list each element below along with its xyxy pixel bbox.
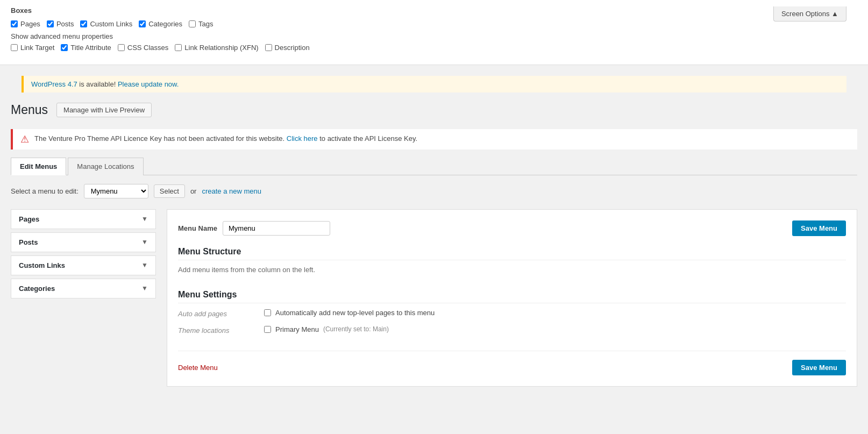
cb-description-text: Description bbox=[275, 44, 310, 52]
accordion-pages: Pages ▼ bbox=[11, 209, 156, 229]
menu-settings-section: Menu Settings Auto add pages Automatical… bbox=[178, 290, 846, 335]
update-notice: WordPress 4.7 is available! Please updat… bbox=[22, 76, 846, 93]
cb-link-rel-label[interactable]: Link Relationship (XFN) bbox=[175, 44, 258, 52]
cb-link-target-label[interactable]: Link Target bbox=[11, 44, 54, 52]
delete-menu-link[interactable]: Delete Menu bbox=[178, 364, 218, 372]
auto-add-checkbox-label: Automatically add new top-level pages to… bbox=[275, 309, 435, 317]
cb-tags-label[interactable]: Tags bbox=[189, 20, 213, 28]
accordion-categories-arrow: ▼ bbox=[141, 284, 148, 292]
accordion-posts-header[interactable]: Posts ▼ bbox=[11, 233, 155, 252]
theme-locations-row: Theme locations Primary Menu (Currently … bbox=[178, 325, 846, 335]
cb-categories-label[interactable]: Categories bbox=[139, 20, 182, 28]
wp-version-link[interactable]: WordPress 4.7 bbox=[31, 80, 77, 88]
cb-pages-label[interactable]: Pages bbox=[11, 20, 40, 28]
auto-add-row: Auto add pages Automatically add new top… bbox=[178, 309, 846, 318]
accordion-pages-arrow: ▼ bbox=[141, 215, 148, 223]
auto-add-label: Auto add pages bbox=[178, 309, 248, 318]
error-suffix: to activate the API License Key. bbox=[318, 134, 417, 143]
menu-settings-title: Menu Settings bbox=[178, 290, 846, 303]
screen-options-button[interactable]: Screen Options ▲ bbox=[773, 6, 846, 22]
page-title-wrap: Menus Manage with Live Preview bbox=[11, 98, 857, 124]
menu-name-input[interactable] bbox=[223, 221, 330, 236]
accordion-categories: Categories ▼ bbox=[11, 279, 156, 298]
error-notice: ⚠ The Venture Pro Theme API Licence Key … bbox=[11, 129, 857, 150]
tabs-wrap: Edit Menus Manage Locations bbox=[11, 157, 857, 175]
cb-custom-links-input[interactable] bbox=[80, 20, 87, 27]
theme-locations-label: Theme locations bbox=[178, 325, 248, 335]
auto-add-checkbox[interactable] bbox=[264, 309, 271, 316]
select-button[interactable]: Select bbox=[154, 184, 185, 198]
accordion-categories-label: Categories bbox=[19, 284, 55, 293]
click-here-link[interactable]: Click here bbox=[287, 134, 318, 143]
cb-title-attr-input[interactable] bbox=[61, 44, 68, 51]
menu-name-label: Menu Name bbox=[178, 224, 217, 232]
save-menu-button-top[interactable]: Save Menu bbox=[792, 220, 846, 236]
select-menu-row: Select a menu to edit: Mymenu Select or … bbox=[11, 184, 857, 198]
menu-name-left: Menu Name bbox=[178, 221, 330, 236]
tab-edit-menus[interactable]: Edit Menus bbox=[11, 158, 66, 175]
cb-link-target-text: Link Target bbox=[20, 44, 54, 52]
cb-title-attr-label[interactable]: Title Attribute bbox=[61, 44, 111, 52]
cb-pages-input[interactable] bbox=[11, 20, 18, 27]
cb-categories-input[interactable] bbox=[139, 20, 146, 27]
primary-menu-checkbox[interactable] bbox=[264, 326, 271, 333]
screen-options-panel: Screen Options ▲ Boxes Pages Posts Custo… bbox=[0, 0, 868, 65]
cb-posts-text: Posts bbox=[56, 20, 74, 28]
cb-css-classes-input[interactable] bbox=[118, 44, 125, 51]
boxes-label: Boxes bbox=[11, 6, 857, 15]
cb-posts-label[interactable]: Posts bbox=[47, 20, 74, 28]
accordion-custom-links: Custom Links ▼ bbox=[11, 255, 156, 275]
accordion-custom-links-arrow: ▼ bbox=[141, 261, 148, 269]
cb-custom-links-text: Custom Links bbox=[90, 20, 132, 28]
accordion-posts-label: Posts bbox=[19, 238, 38, 246]
create-new-menu-link[interactable]: create a new menu bbox=[202, 187, 261, 195]
accordion-posts: Posts ▼ bbox=[11, 232, 156, 252]
cb-title-attr-text: Title Attribute bbox=[70, 44, 111, 52]
cb-tags-text: Tags bbox=[198, 20, 213, 28]
select-menu-label: Select a menu to edit: bbox=[11, 187, 79, 195]
theme-locations-value: Primary Menu (Currently set to: Main) bbox=[264, 325, 389, 333]
cb-css-classes-label[interactable]: CSS Classes bbox=[118, 44, 169, 52]
cb-tags-input[interactable] bbox=[189, 20, 196, 27]
menu-select-dropdown[interactable]: Mymenu bbox=[84, 184, 148, 198]
cb-categories-text: Categories bbox=[148, 20, 182, 28]
cb-link-target-input[interactable] bbox=[11, 44, 18, 51]
edit-area: Pages ▼ Posts ▼ Custom Links ▼ bbox=[11, 209, 857, 387]
accordion-categories-header[interactable]: Categories ▼ bbox=[11, 279, 155, 298]
bottom-actions: Delete Menu Save Menu bbox=[178, 351, 846, 375]
save-menu-button-bottom[interactable]: Save Menu bbox=[792, 360, 846, 375]
cb-link-rel-text: Link Relationship (XFN) bbox=[184, 44, 258, 52]
cb-custom-links-label[interactable]: Custom Links bbox=[80, 20, 132, 28]
or-text: or bbox=[190, 187, 197, 195]
menu-name-row: Menu Name Save Menu bbox=[178, 220, 846, 236]
cb-posts-input[interactable] bbox=[47, 20, 54, 27]
accordion-pages-label: Pages bbox=[19, 215, 39, 223]
cb-description-input[interactable] bbox=[265, 44, 272, 51]
cb-css-classes-text: CSS Classes bbox=[127, 44, 169, 52]
tab-manage-locations[interactable]: Manage Locations bbox=[68, 158, 143, 175]
boxes-checkboxes: Pages Posts Custom Links Categories Tags bbox=[11, 20, 857, 28]
accordion-custom-links-label: Custom Links bbox=[19, 261, 65, 269]
accordion-custom-links-header[interactable]: Custom Links ▼ bbox=[11, 256, 155, 275]
right-content: Menu Name Save Menu Menu Structure Add m… bbox=[167, 209, 857, 387]
primary-menu-sub: (Currently set to: Main) bbox=[323, 325, 389, 333]
page-title: Menus bbox=[11, 102, 48, 118]
main-wrapper: Screen Options ▲ Boxes Pages Posts Custo… bbox=[0, 0, 868, 434]
please-update-link[interactable]: Please update now. bbox=[118, 80, 179, 88]
cb-description-label[interactable]: Description bbox=[265, 44, 310, 52]
screen-options-btn-wrap: Screen Options ▲ bbox=[773, 6, 846, 22]
cb-pages-text: Pages bbox=[20, 20, 40, 28]
auto-add-value: Automatically add new top-level pages to… bbox=[264, 309, 435, 317]
accordion-pages-header[interactable]: Pages ▼ bbox=[11, 210, 155, 229]
advanced-checkboxes: Link Target Title Attribute CSS Classes … bbox=[11, 44, 857, 52]
menu-structure-desc: Add menu items from the column on the le… bbox=[178, 266, 846, 274]
cb-link-rel-input[interactable] bbox=[175, 44, 182, 51]
tabs: Edit Menus Manage Locations bbox=[11, 157, 857, 175]
left-sidebar: Pages ▼ Posts ▼ Custom Links ▼ bbox=[11, 209, 156, 387]
error-icon: ⚠ bbox=[20, 134, 29, 144]
live-preview-button[interactable]: Manage with Live Preview bbox=[56, 103, 152, 117]
update-middle-text: is available! bbox=[77, 80, 118, 88]
show-advanced-label: Show advanced menu properties bbox=[11, 32, 857, 40]
accordion-posts-arrow: ▼ bbox=[141, 238, 148, 246]
primary-menu-label: Primary Menu bbox=[275, 325, 319, 333]
